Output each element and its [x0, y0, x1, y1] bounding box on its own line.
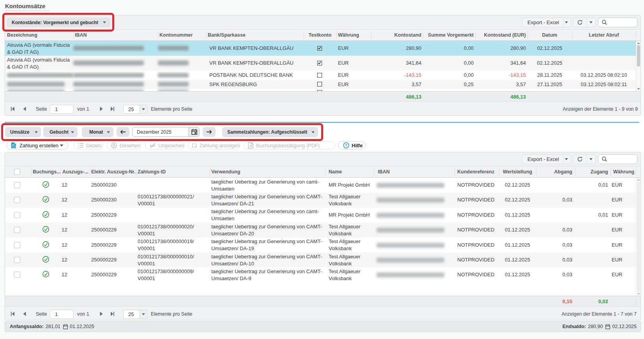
svg-text:?: ?	[345, 143, 347, 147]
